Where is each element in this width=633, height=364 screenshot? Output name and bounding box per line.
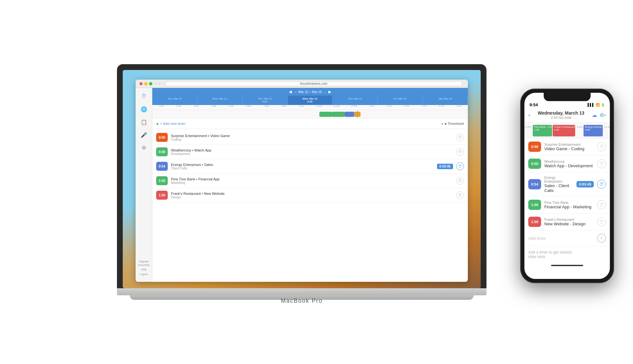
day-tab-thu[interactable]: Thu, Mar 14: [333, 96, 378, 105]
ios-badge-3: 0:54: [528, 179, 541, 189]
sidebar-icon-timer[interactable]: ⏱: [139, 91, 149, 101]
list-item: 1:00 Frank's Restaurant New Website - De…: [524, 213, 610, 230]
timer-badge-5: 1:00: [156, 191, 168, 200]
title-bar: ‹ ›: [136, 80, 468, 88]
timer-start-5[interactable]: ⏱: [456, 191, 464, 199]
back-button[interactable]: ‹: [154, 82, 156, 85]
timer-stop-3[interactable]: ⏱: [456, 162, 464, 170]
time-4pm: 4 PM: [415, 105, 433, 110]
timer-info-2: Weathercorp • Watch App Development: [171, 148, 453, 156]
ios-add-timer-button[interactable]: +: [597, 234, 606, 243]
ios-client-3: Energy Enterprises: [544, 176, 573, 183]
minimize-button[interactable]: [144, 82, 147, 85]
timer-info-4: Pine Tree Bank • Financial App Marketing: [171, 177, 453, 185]
timer-task-3: Client Calls: [171, 167, 434, 170]
timer-task-5: Design: [171, 195, 453, 199]
url-bar[interactable]: [165, 81, 462, 86]
timer-start-2[interactable]: ⏱: [456, 148, 464, 156]
list-item: 0:00 Surprise Entertainment Video Game -…: [524, 138, 610, 155]
ios-task-4: Financial App - Marketing: [544, 204, 594, 209]
ios-info-1: Surprise Entertainment Video Game - Codi…: [544, 143, 594, 151]
sidebar-icon-mic[interactable]: 🎤: [139, 130, 149, 140]
ios-stop-3[interactable]: ⏱: [597, 180, 606, 189]
table-row: 1:00 Pine Tree Bank • Financial App Mark…: [152, 174, 468, 188]
time-6pm: 6 PM: [450, 105, 468, 110]
time-12pm: 12 PM: [345, 105, 363, 110]
help-link[interactable]: Help: [141, 268, 146, 271]
list-item: 1:00 Pine Tree Bank Financial App - Mark…: [524, 196, 610, 213]
maximize-button[interactable]: [149, 82, 152, 85]
ios-start-1[interactable]: ⏱: [597, 142, 606, 151]
iphone: 9:54 ▌▌▌ 📶 🔋 ‹ Wednesday, March 13 2:54 …: [521, 89, 614, 283]
toolbar: ● + Add new timer ● ● Timesheet: [152, 118, 468, 129]
sidebar: ⏱ 🌐 📋 🎤 ⚙ Upgrade(via prefs) Help Logout: [136, 88, 152, 282]
day-tab-sat[interactable]: Sat, Mar 16: [423, 96, 468, 105]
day-tab-thu-name: Thu, Mar 14: [333, 97, 377, 100]
ios-header-date: Wednesday, March 13: [530, 110, 592, 116]
logout-link[interactable]: Logout: [140, 273, 147, 276]
signal-icon: ▌▌▌: [588, 103, 594, 107]
ios-hide-hints-button[interactable]: Hide hints: [528, 255, 606, 259]
ios-add-timer-label: Add timer: [528, 236, 597, 241]
tl-block-energy: [345, 112, 354, 117]
ios-start-4[interactable]: ⏱: [597, 200, 606, 209]
ios-cloud-button[interactable]: ☁: [592, 112, 597, 118]
add-timer-button[interactable]: ● + Add new timer: [156, 121, 186, 126]
day-tab-tue-hours: 6:00: [243, 100, 287, 103]
timer-badge-3: 0:54: [156, 162, 168, 171]
time-1pm: 1 PM: [363, 105, 380, 110]
day-tab-mon-name: Mon, Mar 11: [198, 97, 241, 100]
ios-info-5: Frank's Restaurant New Website - Design: [544, 218, 594, 226]
ios-task-2: Watch App - Development: [544, 163, 594, 168]
day-tab-tue[interactable]: Tue, Mar 12 6:00: [243, 96, 288, 105]
sidebar-icon-settings[interactable]: ⚙: [139, 143, 149, 153]
prev-week-button[interactable]: ◀: [289, 90, 292, 94]
timesheet-label: ● Timesheet: [445, 122, 464, 126]
timer-info-3: Energy Enterprises • Sales Client Calls: [171, 163, 434, 170]
timeline-blocks: [152, 110, 468, 118]
ios-info-2: Weathercorp Watch App - Development: [544, 160, 594, 168]
ios-settings-button[interactable]: ⚙: [600, 112, 604, 118]
ios-next-button[interactable]: ›: [604, 112, 606, 118]
day-tab-fri-name: Fri, Mar 15: [378, 97, 422, 100]
upgrade-link[interactable]: Upgrade(via prefs): [138, 260, 150, 267]
timer-task-1: Coding: [171, 138, 453, 141]
ios-client-4: Pine Tree Bank: [544, 201, 594, 204]
next-week-button[interactable]: ▶: [328, 90, 331, 94]
timer-task-2: Development: [171, 152, 453, 156]
status-time: 9:54: [530, 102, 538, 107]
ios-elapsed-3: 0:03:45: [576, 181, 594, 187]
day-tab-wed[interactable]: Wed, Mar 13 2:20: [288, 96, 333, 105]
day-tab-mon[interactable]: Mon, Mar 11: [197, 96, 242, 105]
timer-start-4[interactable]: ⏱: [456, 177, 464, 185]
timer-badge-2: 0:00: [156, 147, 168, 156]
ios-add-timer-row: Add timer +: [524, 230, 610, 246]
ios-tl-block-pinetree: Pine Bank - Fina...1:00: [533, 125, 552, 136]
add-timer-icon: ●: [156, 121, 159, 126]
forward-button[interactable]: ›: [158, 82, 161, 85]
ios-header-icons: ☁ ⚙: [592, 112, 604, 118]
timer-elapsed-3: 0:03:45: [437, 164, 453, 169]
day-tab-fri[interactable]: Fri, Mar 15: [378, 96, 423, 105]
time-2pm: 2 PM: [380, 105, 398, 110]
close-button[interactable]: [139, 82, 143, 85]
sidebar-icon-list[interactable]: 📋: [139, 117, 149, 127]
timer-badge-4: 1:00: [156, 176, 168, 185]
ios-start-2[interactable]: ⏱: [597, 159, 606, 168]
timer-start-1[interactable]: ⏱: [456, 134, 464, 141]
timer-title-3: Energy Enterprises • Sales: [171, 163, 434, 167]
status-bar: 9:54 ▌▌▌ 📶 🔋: [524, 101, 610, 108]
time-10am: 10 AM: [310, 105, 328, 110]
timeline-cursor: [357, 110, 358, 118]
sidebar-icon-globe[interactable]: 🌐: [139, 104, 149, 114]
day-tabs: Sun, Mar 10 Mon, Mar 11 Tue, Mar 12 6:00: [152, 96, 468, 105]
ios-start-5[interactable]: ⏱: [597, 217, 606, 226]
day-tab-sun[interactable]: Sun, Mar 10: [152, 96, 197, 105]
macbook-label: MacBook Pro: [281, 298, 323, 304]
time-1am: 1 AM: [152, 105, 170, 110]
app-window: ‹ › ⏱ 🌐 📋 🎤 ⚙ Upgrade(: [136, 80, 468, 282]
list-item: 0:00 Weathercorp Watch App - Development…: [524, 155, 610, 172]
time-7am: 7 AM: [257, 105, 275, 110]
timeline-area: 1 AM 2 AM 3 AM 4 AM 5 AM 6 AM 7 AM 8 AM …: [152, 105, 468, 118]
timesheet-button[interactable]: ● ● Timesheet: [441, 122, 464, 126]
